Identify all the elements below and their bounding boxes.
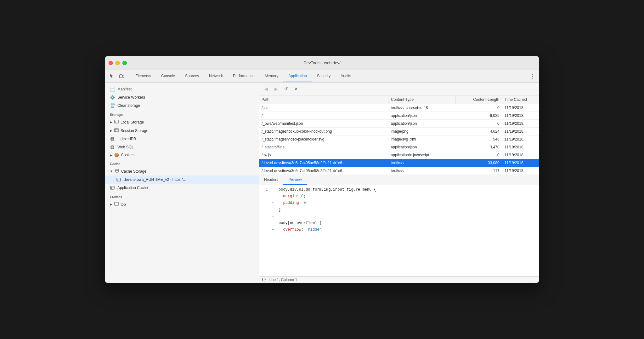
tab-audits[interactable]: Audits (336, 70, 356, 82)
col-header-path: Path (259, 95, 388, 104)
cell-content-length: 548 (456, 135, 502, 143)
detail-tabs: Headers Preview (259, 175, 539, 185)
table-row[interactable]: /_static/images/lockup-color-knockout.pn… (259, 128, 539, 135)
cell-time-cached: 11/19/2018,... (502, 128, 539, 135)
inspect-icon[interactable] (107, 72, 116, 81)
session-storage-icon (114, 128, 119, 133)
devtools-icons (107, 70, 129, 82)
code-line-5: − (259, 213, 539, 220)
cache-storage-icon (115, 169, 119, 174)
code-line-4: } (259, 207, 539, 213)
application-cache-icon (110, 185, 115, 190)
tab-preview[interactable]: Preview (283, 175, 307, 185)
clear-storage-icon: 🗑️ (110, 103, 115, 108)
cookies-arrow: ▶ (110, 153, 112, 157)
cell-content-length: 0 (456, 120, 502, 128)
minimize-button[interactable] (116, 61, 120, 65)
tab-sources[interactable]: Sources (180, 70, 204, 82)
table-row[interactable]: / application/json 6,029 11/19/2018,... (259, 112, 539, 120)
tab-elements[interactable]: Elements (130, 70, 156, 82)
cache-section-header: Cache (105, 159, 259, 167)
cell-content-type: application/json (388, 112, 456, 120)
cell-path: /_pwa/web/manifest.json (259, 120, 388, 128)
svg-rect-2 (115, 120, 118, 123)
close-button[interactable] (109, 61, 113, 65)
tab-application[interactable]: Application (283, 70, 312, 82)
code-line-6: body[no-overflow] { (259, 220, 539, 227)
back-button[interactable]: ◀ (262, 84, 270, 93)
frames-section-header: Frames (105, 192, 259, 200)
status-icon: {} (262, 278, 266, 282)
tab-console[interactable]: Console (156, 70, 180, 82)
sidebar-item-local-storage[interactable]: ▶ Local Storage (105, 118, 259, 126)
cell-content-length: 0 (456, 151, 502, 159)
forward-button[interactable]: ▶ (272, 84, 280, 93)
svg-rect-11 (117, 178, 121, 181)
cell-content-type: image/png (388, 128, 456, 135)
tab-memory[interactable]: Memory (260, 70, 283, 82)
device-icon[interactable] (117, 72, 126, 81)
maximize-button[interactable] (122, 61, 127, 65)
tab-performance[interactable]: Performance (228, 70, 260, 82)
cell-content-type: text/css; charset=utf-8 (388, 104, 456, 112)
cell-path: /devrel-devsite/va3e6d7c495ae58d2f0c21ab… (259, 167, 388, 175)
cell-path: /sw.js (259, 151, 388, 159)
table-row[interactable]: /devrel-devsite/va3e6d7c495ae58d2f0c21ab… (259, 159, 539, 167)
tab-security[interactable]: Security (312, 70, 336, 82)
indexed-db-icon (110, 136, 115, 141)
clear-button[interactable]: ✕ (292, 84, 301, 93)
table-row[interactable]: /_static/images/video-placeholder.svg im… (259, 135, 539, 143)
cell-content-length: 33,080 (456, 159, 502, 167)
table-row[interactable]: /devrel-devsite/va3e6d7c495ae58d2f0c21ab… (259, 167, 539, 175)
devtools-window: DevTools - web.dev/ Elements Console Sou (105, 56, 539, 283)
cell-time-cached: 11/19/2018,... (502, 143, 539, 151)
table-row[interactable]: /sw.js application/x-javascript 0 11/19/… (259, 151, 539, 159)
storage-section-header: Storage (105, 110, 259, 118)
sidebar-item-service-workers[interactable]: ⚙️ Service Workers (105, 93, 259, 101)
sidebar-item-session-storage[interactable]: ▶ Session Storage (105, 126, 259, 135)
cell-content-type: text/css (388, 159, 456, 167)
table-row[interactable]: /css text/css; charset=utf-8 0 11/19/201… (259, 104, 539, 112)
code-line-1: 1 body,div,dl,dd,form,img,input,figure,m… (259, 187, 539, 193)
cell-content-type: text/css (388, 167, 456, 175)
tab-headers[interactable]: Headers (259, 175, 283, 185)
cell-content-length: 117 (456, 167, 502, 175)
cell-path: /_static/offline (259, 143, 388, 151)
sidebar-item-application-cache[interactable]: Application Cache (105, 184, 259, 192)
cell-path: /_static/images/lockup-color-knockout.pn… (259, 128, 388, 135)
local-storage-arrow: ▶ (110, 120, 112, 124)
local-storage-icon (114, 119, 119, 125)
sidebar-item-top[interactable]: ▶ top (105, 200, 259, 209)
sidebar-item-manifest[interactable]: 📄 Manifest (105, 85, 259, 93)
cell-content-length: 4,624 (456, 128, 502, 135)
code-line-3: − padding: 0 (259, 200, 539, 206)
service-workers-icon: ⚙️ (110, 95, 115, 100)
sidebar-item-cache-storage[interactable]: ▼ Cache Storage (105, 167, 259, 175)
tab-network[interactable]: Network (204, 70, 228, 82)
code-view: 1 body,div,dl,dd,form,img,input,figure,m… (259, 185, 539, 276)
top-arrow: ▶ (110, 203, 112, 206)
cache-storage-arrow: ▼ (110, 170, 113, 173)
sidebar-item-cache-entry[interactable]: devsite.pwa_RUNTIME_v2 - https://web.c (105, 175, 259, 184)
sidebar-item-clear-storage[interactable]: 🗑️ Clear storage (105, 101, 259, 110)
titlebar: DevTools - web.dev/ (105, 56, 539, 70)
sidebar-item-web-sql[interactable]: Web SQL (105, 143, 259, 151)
svg-rect-5 (115, 129, 118, 132)
code-line-2: − margin: 0; (259, 193, 539, 200)
sidebar: 📄 Manifest ⚙️ Service Workers 🗑️ Clear s… (105, 83, 259, 283)
cell-content-type: application/x-javascript (388, 151, 456, 159)
sidebar-item-indexed-db[interactable]: IndexedDB (105, 135, 259, 143)
table-row[interactable]: /_pwa/web/manifest.json application/json… (259, 120, 539, 128)
cell-time-cached: 11/19/2018,... (502, 159, 539, 167)
refresh-button[interactable]: ↺ (282, 84, 291, 93)
top-icon (114, 202, 119, 207)
cell-time-cached: 11/19/2018,... (502, 167, 539, 175)
cell-time-cached: 11/19/2018,... (502, 104, 539, 112)
svg-point-10 (116, 169, 119, 170)
sidebar-item-cookies[interactable]: ▶ 🍪 Cookies (105, 151, 259, 159)
table-row[interactable]: /_static/offline application/json 3,470 … (259, 143, 539, 151)
panel-toolbar: ◀ ▶ ↺ ✕ (259, 83, 539, 95)
cell-content-length: 6,029 (456, 112, 502, 120)
more-tabs-button[interactable]: ⋮ (529, 70, 539, 82)
svg-point-8 (111, 137, 114, 139)
